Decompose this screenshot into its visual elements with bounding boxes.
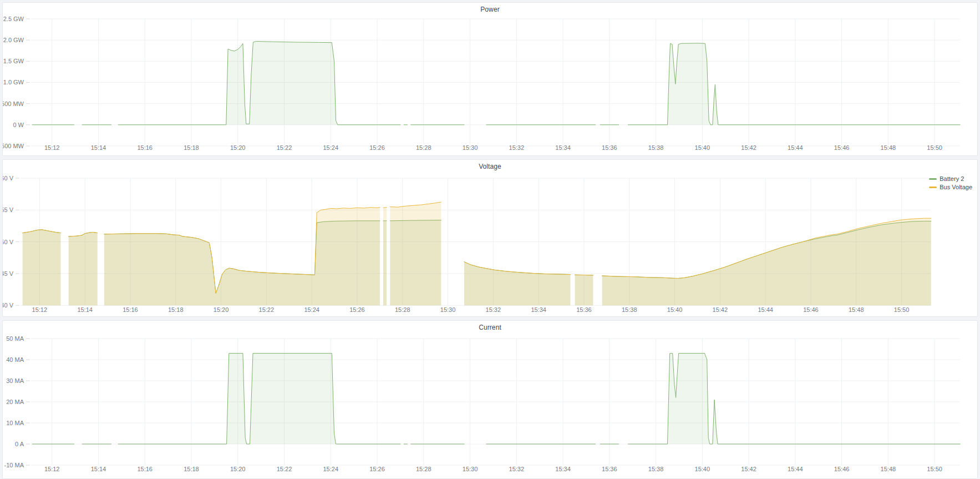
x-axis-label: 15:20	[230, 466, 246, 472]
y-axis-label: 2.0 GW	[3, 37, 24, 43]
power-chart[interactable]: 2.5 GW2.0 GW1.5 GW1.0 GW500 MW0 W-500 MW…	[3, 3, 977, 155]
legend-item-battery-2[interactable]: Battery 2	[929, 175, 964, 182]
x-axis-label: 15:28	[416, 144, 431, 151]
x-axis-label: 15:28	[395, 306, 410, 313]
series-fill	[383, 208, 387, 306]
y-axis-label: 30 MA	[6, 377, 24, 384]
x-axis-label: 15:46	[834, 144, 850, 151]
x-axis-label: 15:20	[230, 144, 246, 151]
legend-item-bus-voltage[interactable]: Bus Voltage	[929, 184, 972, 190]
x-axis-label: 15:18	[168, 306, 184, 313]
y-axis-label: 40 V	[3, 302, 14, 309]
y-axis-label: 60 V	[3, 175, 14, 181]
x-axis-label: 15:42	[741, 144, 756, 151]
x-axis-label: 15:18	[184, 466, 199, 472]
x-axis-label: 15:36	[602, 144, 617, 151]
x-axis-label: 15:40	[667, 306, 683, 313]
y-axis-label: 20 MA	[6, 399, 24, 405]
x-axis-label: 15:28	[416, 466, 431, 472]
x-axis-label: 15:44	[788, 144, 803, 151]
series-fill	[602, 218, 931, 305]
x-axis-label: 15:38	[622, 306, 637, 313]
voltage-chart[interactable]: 60 V55 V50 V45 V40 V15:1215:1415:1615:18…	[3, 160, 977, 316]
x-axis-label: 15:40	[695, 466, 710, 472]
x-axis-label: 15:36	[576, 306, 592, 313]
x-axis-label: 15:12	[44, 144, 60, 151]
series-fill	[628, 43, 960, 125]
x-axis-label: 15:24	[323, 466, 338, 472]
x-axis-label: 15:32	[509, 466, 525, 472]
x-axis-label: 15:50	[927, 144, 942, 151]
x-axis-label: 15:30	[463, 466, 478, 472]
x-axis-label: 15:24	[323, 144, 338, 151]
x-axis-label: 15:26	[349, 306, 365, 313]
x-axis-label: 15:46	[803, 306, 819, 313]
y-axis-label: 500 MW	[3, 100, 24, 107]
x-axis-label: 15:48	[881, 466, 896, 472]
voltage-legend: Battery 2Bus Voltage	[929, 175, 972, 190]
x-axis-label: 15:50	[894, 306, 910, 313]
y-axis-label: 55 V	[3, 206, 14, 213]
panel-title-current[interactable]: Current	[3, 324, 977, 331]
x-axis-label: 15:30	[463, 144, 478, 151]
x-axis-label: 15:46	[834, 466, 850, 472]
series-line	[575, 275, 593, 275]
legend-swatch-battery-2	[929, 178, 937, 180]
x-axis-label: 15:12	[44, 466, 60, 472]
x-axis-label: 15:22	[259, 306, 275, 313]
x-axis-label: 15:26	[369, 466, 385, 472]
y-axis-label: 1.5 GW	[3, 58, 24, 64]
x-axis-label: 15:26	[369, 144, 385, 151]
x-axis-label: 15:34	[531, 306, 546, 313]
x-axis-label: 15:34	[555, 466, 571, 472]
current-chart[interactable]: 50 MA40 MA30 MA20 MA10 MA0 A-10 MA15:121…	[3, 321, 977, 478]
panel-power: Power 2.5 GW2.0 GW1.5 GW1.0 GW500 MW0 W-…	[2, 2, 978, 156]
x-axis-label: 15:32	[509, 144, 525, 151]
y-axis-label: 45 V	[3, 270, 14, 277]
y-axis-label: 50 MA	[6, 335, 24, 342]
x-axis-label: 15:16	[123, 306, 138, 313]
x-axis-label: 15:22	[277, 466, 292, 472]
x-axis-label: 15:40	[695, 144, 710, 151]
x-axis-label: 15:50	[927, 466, 942, 472]
panel-current: Current 50 MA40 MA30 MA20 MA10 MA0 A-10 …	[2, 320, 978, 479]
panel-title-power[interactable]: Power	[3, 6, 977, 13]
y-axis-label: 2.5 GW	[3, 16, 24, 22]
legend-label: Bus Voltage	[940, 184, 972, 190]
x-axis-label: 15:38	[648, 144, 664, 151]
series-fill	[575, 275, 593, 305]
series-fill	[23, 230, 61, 305]
x-axis-label: 15:12	[32, 306, 48, 313]
x-axis-label: 15:24	[304, 306, 319, 313]
x-axis-label: 15:18	[184, 144, 199, 151]
y-axis-label: 0 W	[13, 122, 24, 128]
y-axis-label: 50 V	[3, 239, 14, 245]
x-axis-label: 15:14	[91, 466, 106, 472]
panel-title-voltage[interactable]: Voltage	[3, 163, 977, 170]
x-axis-label: 15:16	[137, 466, 153, 472]
x-axis-label: 15:48	[881, 144, 896, 151]
series-fill	[104, 208, 380, 306]
x-axis-label: 15:20	[214, 306, 229, 313]
y-axis-label: 10 MA	[6, 420, 24, 426]
series-fill	[118, 42, 400, 125]
series-fill	[69, 232, 98, 305]
legend-label: Battery 2	[940, 175, 964, 182]
x-axis-label: 15:16	[137, 144, 153, 151]
x-axis-label: 15:48	[849, 306, 864, 313]
y-axis-label: 0 A	[15, 441, 24, 447]
x-axis-label: 15:14	[91, 144, 106, 151]
y-axis-label: 1.0 GW	[3, 79, 24, 85]
x-axis-label: 15:36	[602, 466, 617, 472]
series-fill	[390, 202, 441, 305]
x-axis-label: 15:34	[555, 144, 571, 151]
panel-voltage: Voltage 60 V55 V50 V45 V40 V15:1215:1415…	[2, 159, 978, 317]
x-axis-label: 15:44	[758, 306, 773, 313]
series-fill	[118, 354, 400, 444]
legend-swatch-bus-voltage	[929, 186, 937, 188]
series-line	[383, 208, 387, 208]
dashboard: { "colors": { "green": "#7EB26D", "yello…	[0, 0, 980, 479]
y-axis-label: -10 MA	[4, 462, 24, 468]
x-axis-label: 15:42	[713, 306, 728, 313]
series-fill	[464, 262, 570, 306]
